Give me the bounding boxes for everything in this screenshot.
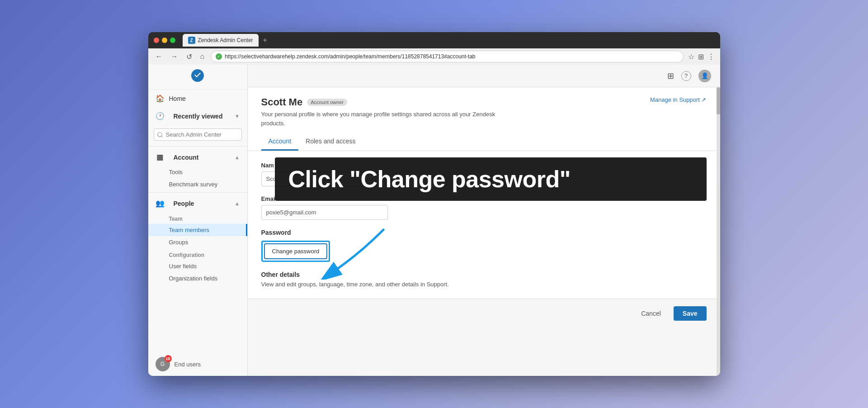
end-users-label[interactable]: End users bbox=[175, 361, 201, 368]
sidebar-item-org-fields[interactable]: Organization fields bbox=[148, 272, 247, 285]
back-button[interactable]: ← bbox=[154, 52, 165, 62]
main-header-bar: ⊞ ? 👤 bbox=[248, 65, 720, 87]
url-bar[interactable]: ✓ https://selectivehardwarehelp.zendesk.… bbox=[211, 51, 683, 62]
email-input[interactable] bbox=[261, 205, 388, 220]
team-section-label: Team bbox=[148, 212, 247, 224]
profile-badge: Account owner bbox=[307, 99, 347, 106]
sidebar-item-recently-viewed[interactable]: 🕐 Recently viewed ▼ bbox=[148, 107, 247, 125]
change-password-highlight: Change password bbox=[261, 241, 330, 262]
clock-icon: 🕐 bbox=[156, 112, 165, 120]
sidebar-home-label: Home bbox=[169, 95, 186, 102]
account-icon: ▦ bbox=[156, 153, 165, 161]
tab-favicon: Z bbox=[188, 37, 195, 44]
profile-header: Scott Me Account owner Your personal pro… bbox=[261, 96, 707, 128]
avatar-badge: 18 bbox=[165, 355, 172, 362]
title-bar: Z Zendesk Admin Center + bbox=[148, 32, 720, 48]
org-fields-label: Organization fields bbox=[169, 275, 218, 282]
main-content: ⊞ ? 👤 Scott Me Account owner bbox=[248, 65, 720, 376]
search-input[interactable] bbox=[154, 128, 242, 141]
scrollbar[interactable] bbox=[717, 87, 720, 376]
home-button[interactable]: ⌂ bbox=[198, 52, 207, 62]
cancel-button[interactable]: Cancel bbox=[634, 306, 668, 321]
tab-title: Zendesk Admin Center bbox=[198, 37, 253, 43]
sidebar-item-user-fields[interactable]: User fields bbox=[148, 260, 247, 272]
people-icon: 👥 bbox=[156, 199, 165, 208]
sidebar-divider-2 bbox=[148, 192, 247, 193]
bookmark-icon[interactable]: ☆ bbox=[688, 52, 694, 61]
user-fields-label: User fields bbox=[169, 263, 197, 270]
sidebar-item-tools[interactable]: Tools bbox=[148, 166, 247, 178]
sidebar-item-people[interactable]: 👥 People ▲ bbox=[148, 195, 247, 212]
groups-label: Groups bbox=[169, 239, 189, 246]
minimize-button[interactable] bbox=[162, 38, 167, 43]
home-icon: 🏠 bbox=[156, 94, 165, 103]
tab-account[interactable]: Account bbox=[261, 133, 299, 151]
extensions-icon[interactable]: ⊞ bbox=[698, 52, 704, 61]
grid-icon[interactable]: ⊞ bbox=[667, 71, 674, 81]
help-icon[interactable]: ? bbox=[681, 71, 691, 81]
sidebar-item-groups[interactable]: Groups bbox=[148, 236, 247, 248]
profile-section: Scott Me Account owner Your personal pro… bbox=[248, 87, 720, 151]
close-button[interactable] bbox=[154, 38, 159, 43]
tools-label: Tools bbox=[169, 169, 183, 176]
benchmark-label: Benchmark survey bbox=[169, 181, 218, 188]
tab-roles-access[interactable]: Roles and access bbox=[298, 133, 363, 151]
user-avatar-icon[interactable]: 👤 bbox=[698, 70, 711, 82]
profile-name: Scott Me bbox=[261, 96, 303, 108]
menu-icon[interactable]: ⋮ bbox=[708, 52, 715, 61]
chevron-down-icon: ▼ bbox=[235, 113, 240, 119]
annotation-text: Click "Change password" bbox=[288, 166, 571, 192]
profile-description: Your personal profile is where you manag… bbox=[261, 110, 510, 128]
chevron-up-icon-2: ▲ bbox=[235, 200, 240, 207]
browser-window: Z Zendesk Admin Center + ← → ↺ ⌂ ✓ https… bbox=[148, 32, 720, 376]
url-text: https://selectivehardwarehelp.zendesk.co… bbox=[225, 53, 475, 60]
sidebar-item-account[interactable]: ▦ Account ▲ bbox=[148, 148, 247, 166]
other-details-section: Other details View and edit groups, lang… bbox=[261, 271, 707, 288]
secure-icon: ✓ bbox=[216, 53, 222, 60]
password-label: Password bbox=[261, 229, 707, 236]
other-details-title: Other details bbox=[261, 271, 707, 278]
change-password-button[interactable]: Change password bbox=[264, 243, 328, 259]
manage-in-support-link[interactable]: Manage in Support ↗ bbox=[650, 96, 706, 103]
forward-button[interactable]: → bbox=[169, 52, 180, 62]
sidebar-divider-1 bbox=[148, 146, 247, 147]
avatar[interactable]: G 18 bbox=[156, 357, 170, 371]
annotation-overlay: Click "Change password" bbox=[275, 157, 707, 201]
active-tab[interactable]: Z Zendesk Admin Center bbox=[183, 34, 259, 47]
address-actions: ☆ ⊞ ⋮ bbox=[688, 52, 715, 61]
configuration-section-label: Configuration bbox=[148, 248, 247, 260]
zendesk-logo-icon bbox=[190, 68, 205, 86]
browser-content: 🏠 Home 🕐 Recently viewed ▼ ▦ bbox=[148, 65, 720, 376]
profile-name-row: Scott Me Account owner bbox=[261, 96, 510, 108]
password-form-group: Password Change password bbox=[261, 229, 707, 262]
save-button[interactable]: Save bbox=[674, 306, 707, 321]
maximize-button[interactable] bbox=[170, 38, 175, 43]
tab-bar: Z Zendesk Admin Center + bbox=[183, 34, 715, 47]
other-details-description: View and edit groups, language, time zon… bbox=[261, 281, 707, 288]
traffic-lights bbox=[154, 38, 175, 43]
sidebar-item-home[interactable]: 🏠 Home bbox=[148, 90, 247, 107]
sidebar: 🏠 Home 🕐 Recently viewed ▼ ▦ bbox=[148, 65, 248, 376]
new-tab-button[interactable]: + bbox=[260, 36, 270, 44]
sidebar-bottom: G 18 End users bbox=[148, 352, 247, 376]
sidebar-search-container bbox=[148, 125, 247, 144]
chevron-up-icon: ▲ bbox=[235, 154, 240, 161]
refresh-button[interactable]: ↺ bbox=[184, 52, 194, 62]
sidebar-item-benchmark[interactable]: Benchmark survey bbox=[148, 178, 247, 190]
sidebar-item-team-members[interactable]: Team members bbox=[148, 224, 247, 236]
profile-tabs: Account Roles and access bbox=[261, 133, 707, 151]
scrollbar-thumb[interactable] bbox=[717, 87, 720, 114]
address-bar: ← → ↺ ⌂ ✓ https://selectivehardwarehelp.… bbox=[148, 48, 720, 65]
account-label: Account bbox=[174, 154, 199, 161]
form-footer: Cancel Save bbox=[248, 299, 720, 328]
page-area: Scott Me Account owner Your personal pro… bbox=[248, 87, 720, 376]
people-label: People bbox=[174, 200, 194, 207]
team-members-label: Team members bbox=[169, 227, 210, 233]
sidebar-logo bbox=[148, 65, 247, 90]
recently-viewed-label: Recently viewed bbox=[174, 113, 223, 120]
